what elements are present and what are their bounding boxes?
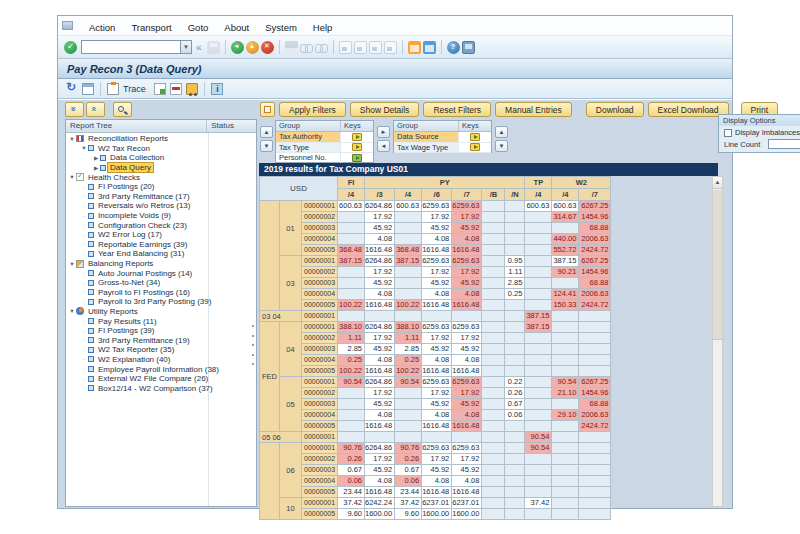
amount-cell[interactable]: [552, 443, 579, 454]
amount-cell[interactable]: [505, 509, 525, 520]
exit-icon[interactable]: [246, 41, 259, 54]
amount-cell[interactable]: 600.63: [525, 201, 552, 212]
amount-cell[interactable]: [338, 421, 365, 432]
wage-type-key-cell[interactable]: 00000004: [302, 476, 338, 487]
amount-cell[interactable]: 4.08: [365, 289, 395, 300]
amount-cell[interactable]: [482, 498, 505, 509]
amount-cell[interactable]: [505, 476, 525, 487]
amount-cell[interactable]: 1616.48: [422, 487, 452, 498]
amount-cell[interactable]: 0.06: [338, 476, 365, 487]
amount-cell[interactable]: 17.92: [365, 454, 395, 465]
amount-cell[interactable]: 0.25: [395, 355, 422, 366]
amount-cell[interactable]: 17.92: [365, 388, 395, 399]
amount-cell[interactable]: [482, 278, 505, 289]
amount-cell[interactable]: 17.92: [452, 388, 482, 399]
amount-cell[interactable]: [552, 223, 579, 234]
amount-cell[interactable]: 17.92: [422, 333, 452, 344]
tree-item[interactable]: ▼Reconciliation Reports: [66, 134, 256, 144]
amount-cell[interactable]: 1616.48: [452, 366, 482, 377]
tree-item[interactable]: ·Reversals w/o Retros (13): [66, 201, 256, 211]
amount-cell[interactable]: [525, 245, 552, 256]
tree-item[interactable]: ·Pay Results (11): [66, 316, 256, 326]
tree-item[interactable]: ·Configuration Check (23): [66, 220, 256, 230]
right-list-up-icon[interactable]: ▲: [495, 126, 508, 138]
amount-cell[interactable]: [552, 344, 579, 355]
amount-cell[interactable]: 4.08: [452, 289, 482, 300]
amount-cell[interactable]: [505, 311, 525, 322]
amount-cell[interactable]: [482, 355, 505, 366]
tree-item[interactable]: ·Auto Journal Postings (14): [66, 268, 256, 278]
amount-cell[interactable]: 90.54: [338, 377, 365, 388]
amount-cell[interactable]: [525, 476, 552, 487]
amount-cell[interactable]: 6267.25: [579, 256, 611, 267]
amount-cell[interactable]: [482, 421, 505, 432]
amount-cell[interactable]: 45.92: [452, 344, 482, 355]
amount-cell[interactable]: [395, 278, 422, 289]
amount-cell[interactable]: [338, 223, 365, 234]
amount-cell[interactable]: 1616.48: [365, 421, 395, 432]
amount-cell[interactable]: [552, 311, 579, 322]
amount-cell[interactable]: [395, 410, 422, 421]
list-row[interactable]: Tax Type: [276, 143, 373, 154]
amount-cell[interactable]: [482, 245, 505, 256]
wage-type-key-cell[interactable]: 00000002: [302, 212, 338, 223]
amount-cell[interactable]: 0.26: [505, 388, 525, 399]
amount-cell[interactable]: 6264.86: [365, 377, 395, 388]
amount-cell[interactable]: 1600.00: [452, 509, 482, 520]
menu-item-about[interactable]: About: [224, 22, 249, 33]
amount-cell[interactable]: 1616.48: [452, 300, 482, 311]
amount-cell[interactable]: [579, 344, 611, 355]
scrollbar-thumb[interactable]: [713, 190, 722, 340]
amount-cell[interactable]: 6259.63: [422, 377, 452, 388]
amount-cell[interactable]: [395, 267, 422, 278]
amount-cell[interactable]: [505, 366, 525, 377]
amount-cell[interactable]: [552, 366, 579, 377]
amount-cell[interactable]: [525, 355, 552, 366]
amount-cell[interactable]: 4.08: [422, 476, 452, 487]
amount-cell[interactable]: 1616.48: [365, 366, 395, 377]
wage-type-key-cell[interactable]: 00000003: [302, 344, 338, 355]
amount-cell[interactable]: 387.15: [338, 256, 365, 267]
amount-cell[interactable]: [338, 278, 365, 289]
amount-cell[interactable]: 4.08: [452, 410, 482, 421]
amount-cell[interactable]: [482, 476, 505, 487]
amount-cell[interactable]: [505, 498, 525, 509]
amount-cell[interactable]: 1.11: [505, 267, 525, 278]
amount-cell[interactable]: [338, 388, 365, 399]
amount-cell[interactable]: 4.08: [365, 234, 395, 245]
list-row-label[interactable]: Tax Wage Type: [394, 143, 459, 153]
amount-cell[interactable]: 37.42: [525, 498, 552, 509]
amount-cell[interactable]: 17.92: [422, 267, 452, 278]
amount-cell[interactable]: [422, 432, 452, 443]
amount-cell[interactable]: [452, 432, 482, 443]
amount-cell[interactable]: 4.08: [365, 476, 395, 487]
amount-cell[interactable]: [579, 322, 611, 333]
menu-item-action[interactable]: Action: [89, 22, 115, 33]
amount-cell[interactable]: [552, 487, 579, 498]
tree-item[interactable]: ·External W2 File Compare (26): [66, 374, 256, 384]
amount-cell[interactable]: [338, 234, 365, 245]
amount-cell[interactable]: 0.25: [338, 355, 365, 366]
amount-cell[interactable]: 6267.25: [579, 377, 611, 388]
amount-cell[interactable]: [505, 432, 525, 443]
amount-cell[interactable]: 6242.24: [365, 498, 395, 509]
amount-cell[interactable]: [505, 234, 525, 245]
amount-cell[interactable]: 1600.00: [365, 509, 395, 520]
amount-cell[interactable]: [525, 344, 552, 355]
amount-cell[interactable]: 17.92: [365, 212, 395, 223]
amount-cell[interactable]: 1454.96: [579, 267, 611, 278]
wage-type-key-cell[interactable]: 00000005: [302, 300, 338, 311]
amount-cell[interactable]: [579, 355, 611, 366]
amount-cell[interactable]: [579, 498, 611, 509]
amount-cell[interactable]: 1616.48: [365, 487, 395, 498]
wage-type-key-cell[interactable]: 00000004: [302, 289, 338, 300]
amount-cell[interactable]: [452, 311, 482, 322]
amount-cell[interactable]: 1616.48: [422, 300, 452, 311]
enter-icon[interactable]: [64, 41, 77, 54]
amount-cell[interactable]: 600.63: [338, 201, 365, 212]
amount-cell[interactable]: 37.42: [338, 498, 365, 509]
trace-label[interactable]: Trace: [123, 84, 146, 94]
keys-icon[interactable]: [470, 143, 480, 151]
amount-cell[interactable]: 6259.63: [422, 322, 452, 333]
tree-item[interactable]: ▶Data Query: [66, 163, 256, 173]
